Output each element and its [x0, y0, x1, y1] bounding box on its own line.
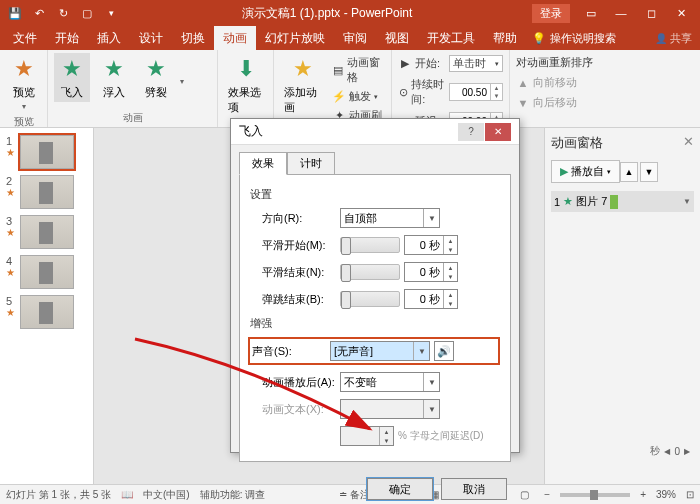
- thumbnail-3[interactable]: 3★: [0, 212, 93, 252]
- tab-slideshow[interactable]: 幻灯片放映: [256, 26, 334, 50]
- dialog-tab-timing[interactable]: 计时: [287, 152, 335, 175]
- thumbnail-1[interactable]: 1★: [0, 132, 93, 172]
- anim-split[interactable]: ★劈裂: [138, 53, 174, 102]
- close-icon[interactable]: ✕: [666, 1, 696, 25]
- settings-section: 设置: [250, 187, 500, 202]
- tab-animations[interactable]: 动画: [214, 26, 256, 50]
- tab-transitions[interactable]: 切换: [172, 26, 214, 50]
- anim-floatin[interactable]: ★浮入: [96, 53, 132, 102]
- preview-button[interactable]: ★预览▾: [6, 53, 42, 113]
- maximize-icon[interactable]: ◻: [636, 1, 666, 25]
- timeline-prev-icon[interactable]: ◀: [664, 447, 670, 456]
- animation-pane-button[interactable]: ▤动画窗格: [332, 55, 385, 85]
- zoom-level[interactable]: 39%: [656, 489, 676, 500]
- play-from-button[interactable]: ▶播放自▾: [551, 160, 620, 183]
- animpane-title: 动画窗格: [551, 135, 603, 150]
- tab-file[interactable]: 文件: [4, 26, 46, 50]
- start-dropdown[interactable]: 单击时▾: [449, 55, 503, 72]
- dialog-tab-effect[interactable]: 效果: [239, 152, 287, 175]
- sound-dropdown[interactable]: [无声音]▼: [330, 341, 430, 361]
- zoom-in-icon[interactable]: +: [640, 489, 646, 500]
- duration-icon: ⊙: [398, 86, 408, 99]
- tab-help[interactable]: 帮助: [484, 26, 526, 50]
- start-slideshow-icon[interactable]: ▢: [76, 2, 98, 24]
- after-anim-dropdown[interactable]: 不变暗▼: [340, 372, 440, 392]
- anim-flyin[interactable]: ★飞入: [54, 53, 90, 102]
- duration-spinner[interactable]: ▲▼: [449, 83, 503, 101]
- app-title: 演示文稿1 (1).pptx - PowerPoint: [122, 5, 532, 22]
- flyin-dialog: 飞入 ? ✕ 效果 计时 设置 方向(R):自顶部▼ 平滑开始(M):▲▼ 平滑…: [230, 118, 520, 453]
- save-icon[interactable]: 💾: [4, 2, 26, 24]
- thumbnail-5[interactable]: 5★: [0, 292, 93, 332]
- tellme-search[interactable]: 💡 操作说明搜索: [526, 26, 622, 50]
- tab-devtools[interactable]: 开发工具: [418, 26, 484, 50]
- cancel-button[interactable]: 取消: [441, 478, 507, 500]
- tab-insert[interactable]: 插入: [88, 26, 130, 50]
- spellcheck-icon[interactable]: 📖: [121, 489, 133, 500]
- thumbnail-4[interactable]: 4★: [0, 252, 93, 292]
- tab-home[interactable]: 开始: [46, 26, 88, 50]
- zoom-out-icon[interactable]: −: [544, 489, 550, 500]
- ok-button[interactable]: 确定: [367, 478, 433, 500]
- zoom-slider[interactable]: [560, 493, 630, 497]
- reorder-label: 对动画重新排序: [516, 55, 593, 70]
- dialog-close-icon[interactable]: ✕: [485, 123, 511, 141]
- smooth-start-slider[interactable]: [340, 237, 400, 253]
- animation-pane: 动画窗格✕ ▶播放自▾ ▲▼ 1 ★ 图片 7 ▼ 秒 ◀ 0 ▶: [544, 128, 700, 484]
- bulb-icon: 💡: [532, 32, 546, 45]
- thumbnail-2[interactable]: 2★: [0, 172, 93, 212]
- volume-icon[interactable]: 🔊: [434, 341, 454, 361]
- ribbon-options-icon[interactable]: ▭: [576, 1, 606, 25]
- effect-options-button[interactable]: ⬇效果选项▾: [224, 53, 267, 128]
- duration-bar: [610, 195, 618, 209]
- smooth-end-slider[interactable]: [340, 264, 400, 280]
- enhance-section: 增强: [250, 316, 500, 331]
- slide-thumbnails: 1★ 2★ 3★ 4★ 5★: [0, 128, 94, 484]
- smooth-end-spinner[interactable]: ▲▼: [404, 262, 458, 282]
- undo-icon[interactable]: ↶: [28, 2, 50, 24]
- start-icon: ▶: [398, 57, 412, 70]
- login-button[interactable]: 登录: [532, 4, 570, 23]
- dialog-help-icon[interactable]: ?: [458, 123, 484, 141]
- letter-delay-spinner: ▲▼: [340, 426, 394, 446]
- bounce-end-slider[interactable]: [340, 291, 400, 307]
- fit-window-icon[interactable]: ⊡: [686, 489, 694, 500]
- slide-count: 幻灯片 第 1 张，共 5 张: [6, 488, 111, 502]
- smooth-start-spinner[interactable]: ▲▼: [404, 235, 458, 255]
- tab-review[interactable]: 审阅: [334, 26, 376, 50]
- move-after-button[interactable]: ▼向后移动: [516, 95, 593, 110]
- animpane-close-icon[interactable]: ✕: [683, 134, 694, 149]
- bounce-end-spinner[interactable]: ▲▼: [404, 289, 458, 309]
- direction-dropdown[interactable]: 自顶部▼: [340, 208, 440, 228]
- tab-view[interactable]: 视图: [376, 26, 418, 50]
- move-down-button[interactable]: ▼: [640, 162, 658, 182]
- qat-more-icon[interactable]: ▾: [100, 2, 122, 24]
- move-before-button[interactable]: ▲向前移动: [516, 75, 593, 90]
- dialog-title: 飞入: [239, 123, 263, 140]
- item-dropdown-icon[interactable]: ▼: [683, 197, 691, 206]
- timeline-next-icon[interactable]: ▶: [684, 447, 690, 456]
- share-button[interactable]: 👤 共享: [647, 26, 700, 50]
- tab-design[interactable]: 设计: [130, 26, 172, 50]
- star-icon: ★: [563, 195, 573, 208]
- language[interactable]: 中文(中国): [143, 488, 190, 502]
- menubar: 文件 开始 插入 设计 切换 动画 幻灯片放映 审阅 视图 开发工具 帮助 💡 …: [0, 26, 700, 50]
- ribbon: ★预览▾ 预览 ★飞入 ★浮入 ★劈裂 ▾ 动画 ⬇效果选项▾ ★添加动画▾ ▤…: [0, 50, 700, 128]
- anim-item-1[interactable]: 1 ★ 图片 7 ▼: [551, 191, 694, 212]
- minimize-icon[interactable]: ―: [606, 1, 636, 25]
- trigger-button[interactable]: ⚡触发▾: [332, 89, 385, 104]
- anim-text-dropdown: ▼: [340, 399, 440, 419]
- add-animation-button[interactable]: ★添加动画▾: [280, 53, 326, 128]
- titlebar: 💾 ↶ ↻ ▢ ▾ 演示文稿1 (1).pptx - PowerPoint 登录…: [0, 0, 700, 26]
- redo-icon[interactable]: ↻: [52, 2, 74, 24]
- move-up-button[interactable]: ▲: [620, 162, 638, 182]
